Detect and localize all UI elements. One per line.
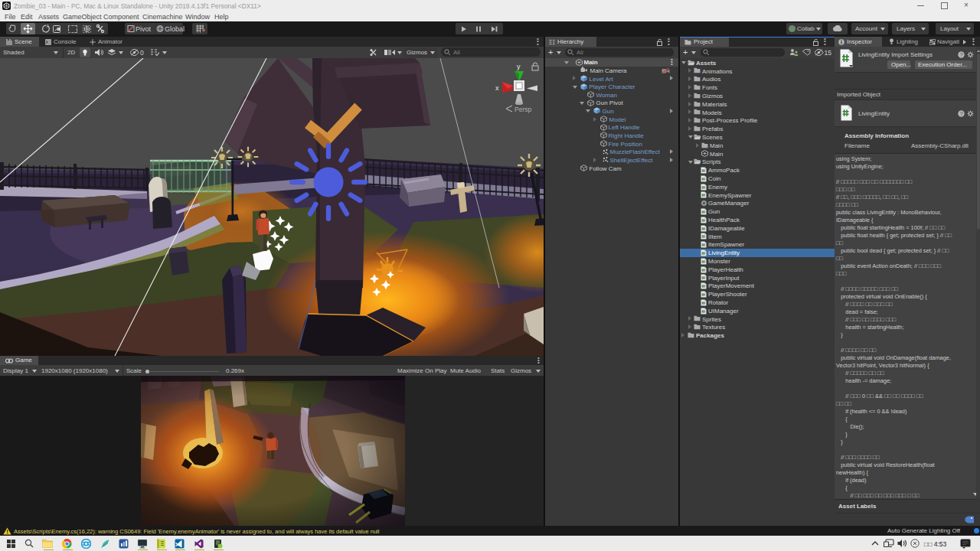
- svg-text:?: ?: [960, 111, 963, 116]
- svg-text:x: x: [495, 84, 499, 92]
- svg-text:Global: Global: [165, 25, 185, 33]
- svg-text:?: ?: [960, 52, 963, 57]
- svg-text:0: 0: [140, 49, 144, 56]
- svg-text:Pivot: Pivot: [136, 25, 152, 33]
- svg-text:15: 15: [825, 49, 832, 56]
- svg-text:Persp: Persp: [514, 106, 531, 113]
- svg-text:y: y: [517, 63, 521, 70]
